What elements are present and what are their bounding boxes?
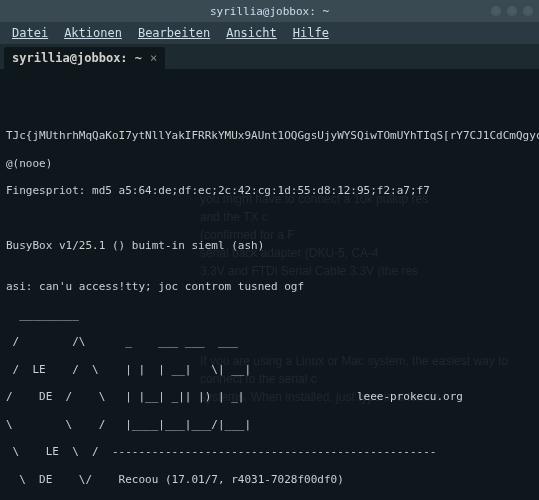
terminal-line: \ DE \/ Recoou (17.01/7, r4031-7028f00df… xyxy=(6,473,533,487)
terminal-line: Fingespriot: md5 a5:64:de;df:ec;2c:42:cg… xyxy=(6,184,533,198)
minimize-icon[interactable] xyxy=(491,6,501,16)
terminal-line: \ \ / |____|___|___/|___| xyxy=(6,418,533,432)
terminal-content: TJc{jMUthrhMqQaKoI7ytNllYakIFRRkYMUx9AUn… xyxy=(6,115,533,500)
terminal-line: asi: can'u access!tty; joc controm tusne… xyxy=(6,280,533,294)
terminal-line: / /\ _ ___ ___ ___ xyxy=(6,335,533,349)
terminal-line: BusyBox v1/25.1 () buimt-in sieml (ash) xyxy=(6,239,533,253)
menu-edit[interactable]: Bearbeiten xyxy=(132,24,216,42)
menu-help[interactable]: Hilfe xyxy=(287,24,335,42)
menu-bar: Datei Aktionen Bearbeiten Ansicht Hilfe xyxy=(0,22,539,44)
maximize-icon[interactable] xyxy=(507,6,517,16)
window-controls xyxy=(491,6,533,16)
terminal-line: TJc{jMUthrhMqQaKoI7ytNllYakIFRRkYMUx9AUn… xyxy=(6,129,533,143)
terminal-line: _________ xyxy=(6,308,533,322)
menu-file[interactable]: Datei xyxy=(6,24,54,42)
window-title: syrillia@jobbox: ~ xyxy=(210,5,329,18)
terminal-tab[interactable]: syrillia@jobbox: ~ × xyxy=(4,47,165,69)
tab-close-icon[interactable]: × xyxy=(150,51,157,65)
terminal-line: @(nooe) xyxy=(6,157,533,171)
tab-label: syrillia@jobbox: ~ xyxy=(12,51,142,65)
menu-view[interactable]: Ansicht xyxy=(220,24,283,42)
terminal-view[interactable]: you might have to connect a 10k pullup r… xyxy=(0,70,539,500)
tab-bar: syrillia@jobbox: ~ × xyxy=(0,44,539,70)
menu-actions[interactable]: Aktionen xyxy=(58,24,128,42)
terminal-line: / DE / \ | |__| _|| |) | _| leee-prokecu… xyxy=(6,390,533,404)
close-window-icon[interactable] xyxy=(523,6,533,16)
terminal-line: \ LE \ / -------------------------------… xyxy=(6,445,533,459)
terminal-line: / LE / \ | | | __| \| __| xyxy=(6,363,533,377)
window-titlebar: syrillia@jobbox: ~ xyxy=(0,0,539,22)
